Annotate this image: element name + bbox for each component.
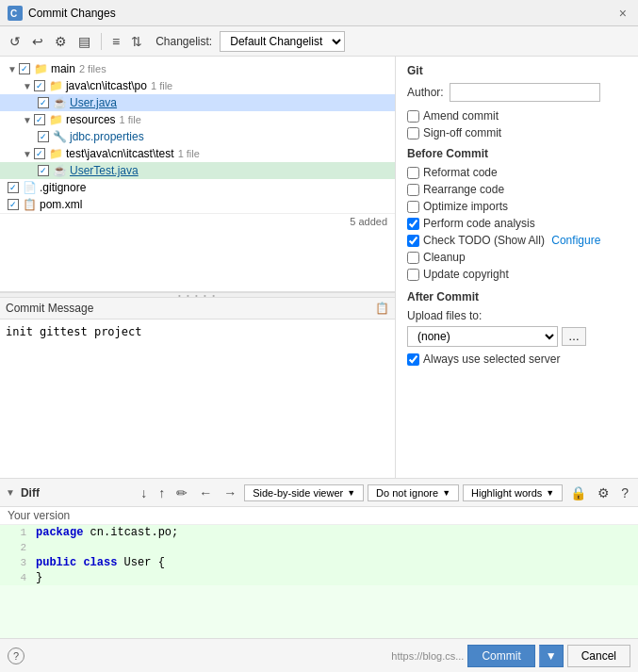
expand-arrow: ▼ xyxy=(8,64,17,74)
author-label: Author: xyxy=(407,86,444,99)
tree-label: .gitignore xyxy=(40,181,86,194)
java-file-icon: ☕ xyxy=(53,96,67,109)
tree-item-user-java[interactable]: ☕ User.java xyxy=(0,94,395,111)
url-text: https://blog.cs... xyxy=(391,650,464,662)
diff-prev-btn[interactable]: ← xyxy=(195,484,216,502)
undo-button[interactable]: ↩ xyxy=(28,32,47,51)
rearrange-label[interactable]: Rearrange code xyxy=(423,183,504,196)
cancel-button[interactable]: Cancel xyxy=(567,645,630,667)
check-todo-checkbox[interactable] xyxy=(407,235,419,247)
tree-count: 1 file xyxy=(178,148,200,159)
refresh-button[interactable]: ↺ xyxy=(6,32,25,51)
checkbox-po[interactable] xyxy=(34,80,45,91)
lock-icon[interactable]: 🔒 xyxy=(566,484,590,502)
filter-button[interactable]: ⇅ xyxy=(127,32,146,51)
settings-button[interactable]: ⚙ xyxy=(51,32,71,51)
ignore-dropdown[interactable]: Do not ignore ▼ xyxy=(368,484,459,501)
code-line-1: 1 package cn.itcast.po; xyxy=(0,525,638,540)
content-area: ▼ 📁 main 2 files ▼ 📁 java\cn\itcast\po 1… xyxy=(0,57,638,478)
diff-next-btn[interactable]: → xyxy=(220,484,240,502)
tree-item-resources[interactable]: ▼ 📁 resources 1 file xyxy=(0,111,395,128)
commit-button[interactable]: Commit xyxy=(467,645,534,667)
tree-item-gitignore[interactable]: 📄 .gitignore xyxy=(0,179,395,196)
tree-item-jdbc[interactable]: 🔧 jdbc.properties xyxy=(0,128,395,145)
amend-commit-checkbox[interactable] xyxy=(407,110,419,123)
before-commit-title: Before Commit xyxy=(407,147,627,160)
checkbox-gitignore[interactable] xyxy=(8,182,19,193)
folder-icon: 📁 xyxy=(34,62,48,75)
amend-commit-label[interactable]: Amend commit xyxy=(423,109,499,123)
tree-item-test[interactable]: ▼ 📁 test\java\cn\itcast\test 1 file xyxy=(0,145,395,162)
checkbox-test[interactable] xyxy=(34,148,45,159)
gear-icon[interactable]: ⚙ xyxy=(594,484,613,502)
tree-item-usertest-java[interactable]: ☕ UserTest.java xyxy=(0,162,395,179)
code-line-4: 4 } xyxy=(0,570,638,585)
ignore-label: Do not ignore xyxy=(376,487,438,499)
viewer-dropdown[interactable]: Side-by-side viewer ▼ xyxy=(244,484,364,501)
highlight-dropdown[interactable]: Highlight words ▼ xyxy=(463,484,563,501)
commit-arrow-button[interactable]: ▼ xyxy=(539,645,564,667)
update-copyright-label[interactable]: Update copyright xyxy=(423,268,509,281)
java-file-icon: ☕ xyxy=(53,164,67,177)
rearrange-row: Rearrange code xyxy=(407,183,627,196)
reformat-checkbox[interactable] xyxy=(407,167,419,179)
diff-collapse-arrow[interactable]: ▼ xyxy=(6,487,15,498)
diff-section: ▼ Diff ↓ ↑ ✏ ← → Side-by-side viewer ▼ D… xyxy=(0,478,638,638)
always-use-server-label[interactable]: Always use selected server xyxy=(423,352,560,366)
left-panel: ▼ 📁 main 2 files ▼ 📁 java\cn\itcast\po 1… xyxy=(0,57,396,478)
upload-select[interactable]: (none) xyxy=(407,326,558,347)
upload-label: Upload files to: xyxy=(407,309,627,322)
sort-button[interactable]: ≡ xyxy=(108,32,123,51)
xml-file-icon: 📋 xyxy=(23,198,37,211)
after-commit-section: After Commit Upload files to: (none) … A… xyxy=(407,290,627,366)
cleanup-checkbox[interactable] xyxy=(407,252,419,264)
tree-item-po[interactable]: ▼ 📁 java\cn\itcast\po 1 file xyxy=(0,77,395,94)
author-input[interactable] xyxy=(450,83,600,102)
line-num: 4 xyxy=(0,571,26,584)
check-todo-label[interactable]: Check TODO (Show All) Configure xyxy=(423,234,600,247)
reformat-label[interactable]: Reformat code xyxy=(423,166,498,179)
code-line-2: 2 xyxy=(0,540,638,555)
commit-message-textarea[interactable]: init gittest project xyxy=(0,320,395,478)
rearrange-checkbox[interactable] xyxy=(407,184,419,196)
checkbox-jdbc[interactable] xyxy=(38,131,49,142)
checkbox-user-java[interactable] xyxy=(38,97,49,108)
close-button[interactable]: × xyxy=(615,6,630,21)
line-num: 2 xyxy=(0,541,26,554)
browse-button[interactable]: … xyxy=(562,327,586,346)
checkbox-usertest[interactable] xyxy=(38,165,49,176)
tree-item-pom[interactable]: 📋 pom.xml xyxy=(0,196,395,213)
main-container: ↺ ↩ ⚙ ▤ ≡ ⇅ Changelist: Default Changeli… xyxy=(0,26,638,672)
signoff-checkbox[interactable] xyxy=(407,127,419,139)
window-title: Commit Changes xyxy=(28,7,615,20)
diff-edit-btn[interactable]: ✏ xyxy=(172,484,191,502)
configure-link[interactable]: Configure xyxy=(551,234,600,247)
expand-arrow: ▼ xyxy=(23,81,32,91)
tree-item-main[interactable]: ▼ 📁 main 2 files xyxy=(0,60,395,77)
changelist-select[interactable]: Default Changelist xyxy=(220,31,345,52)
group-button[interactable]: ▤ xyxy=(74,32,94,51)
diff-up-btn[interactable]: ↑ xyxy=(155,484,169,502)
copy-icon[interactable]: 📋 xyxy=(375,302,389,315)
optimize-label[interactable]: Optimize imports xyxy=(423,200,508,213)
perform-analysis-checkbox[interactable] xyxy=(407,218,419,230)
perform-analysis-label[interactable]: Perform code analysis xyxy=(423,217,535,230)
reformat-row: Reformat code xyxy=(407,166,627,179)
always-use-server-row: Always use selected server xyxy=(407,352,627,366)
checkbox-pom[interactable] xyxy=(8,199,19,210)
optimize-checkbox[interactable] xyxy=(407,201,419,213)
added-count: 5 added xyxy=(0,213,395,229)
diff-down-btn[interactable]: ↓ xyxy=(137,484,151,502)
tree-count: 1 file xyxy=(151,80,172,91)
signoff-label[interactable]: Sign-off commit xyxy=(423,126,501,139)
highlight-label: Highlight words xyxy=(471,487,542,499)
help-button[interactable]: ? xyxy=(8,647,25,664)
help-icon-diff[interactable]: ? xyxy=(617,484,632,502)
line-code xyxy=(36,541,42,554)
cleanup-label[interactable]: Cleanup xyxy=(423,251,466,264)
checkbox-resources[interactable] xyxy=(34,114,45,125)
chevron-down-icon: ▼ xyxy=(546,488,554,498)
always-use-server-checkbox[interactable] xyxy=(407,353,419,366)
checkbox-main[interactable] xyxy=(19,63,30,74)
update-copyright-checkbox[interactable] xyxy=(407,269,419,281)
